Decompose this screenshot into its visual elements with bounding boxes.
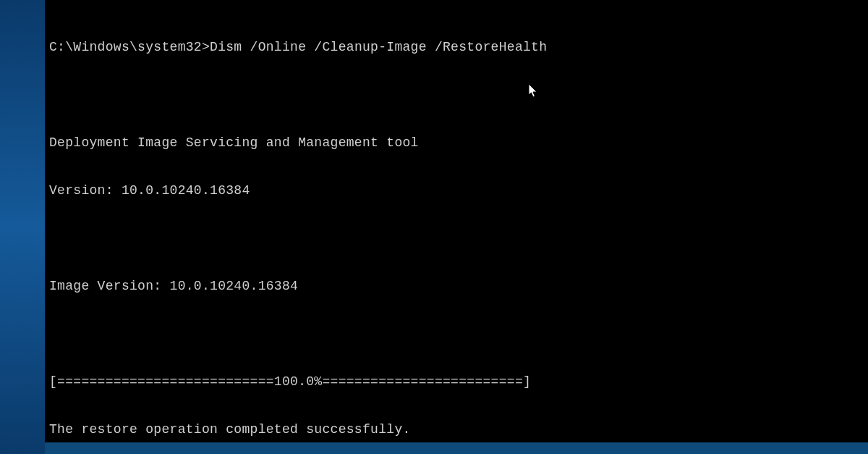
command-prompt-window[interactable]: C:\Windows\system32>Dism /Online /Cleanu… <box>45 0 868 454</box>
restore-success-message: The restore operation completed successf… <box>49 421 864 437</box>
empty-line <box>49 230 864 246</box>
terminal-output[interactable]: C:\Windows\system32>Dism /Online /Cleanu… <box>49 7 864 454</box>
output-tool-name: Deployment Image Servicing and Managemen… <box>49 135 864 151</box>
progress-bar: [===========================100.0%======… <box>49 374 864 390</box>
empty-line <box>49 87 864 103</box>
window-border-bottom <box>45 442 868 454</box>
output-version: Version: 10.0.10240.16384 <box>49 182 864 198</box>
output-image-version: Image Version: 10.0.10240.16384 <box>49 278 864 294</box>
command-text: Dism /Online /Cleanup-Image /RestoreHeal… <box>210 40 547 54</box>
prompt: C:\Windows\system32> <box>49 40 210 54</box>
empty-line <box>49 326 864 342</box>
command-line-1: C:\Windows\system32>Dism /Online /Cleanu… <box>49 39 864 55</box>
